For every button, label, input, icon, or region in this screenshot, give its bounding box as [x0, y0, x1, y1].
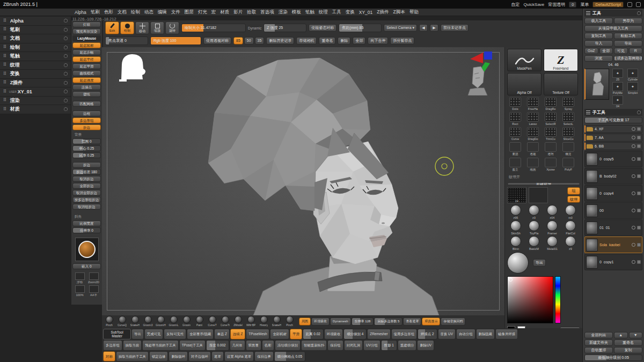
zoom-control[interactable]: 100%	[74, 285, 86, 297]
bottom-toolbar-button[interactable]: 删除UV	[417, 340, 434, 351]
bottom-toolbar-button[interactable]: 双面显	[246, 340, 261, 351]
tool-panel-button[interactable]: 从项目中载入工具	[584, 25, 642, 32]
mode-button[interactable]: 缩放	[150, 21, 164, 34]
zoom-control[interactable]: AA半	[87, 285, 100, 297]
material-thumbnail[interactable]: z95	[507, 205, 524, 219]
subtool-visible-count-slider[interactable]: 子工具可见数量 17	[584, 117, 642, 123]
quicksave-button[interactable]: QuickSave	[524, 2, 545, 7]
palette-settings-icon[interactable]	[64, 46, 68, 49]
current-brush-thumbnail[interactable]: MaskPen	[507, 49, 541, 71]
left-tray-button[interactable]: 斜角	[72, 213, 101, 219]
palette-row[interactable]: ⠿ 纹理	[0, 61, 71, 70]
left-tray-button[interactable]: 按多边形组折边	[72, 197, 101, 203]
bottom-toolbar-button[interactable]: TPose|子工具	[179, 340, 206, 351]
stroke-type-button[interactable]: SelectR	[543, 112, 559, 125]
new-texture-button[interactable]: 新建纹理	[507, 182, 580, 186]
left-tray-button[interactable]: 折边	[72, 162, 101, 168]
tool-panel-button[interactable]: 另存为	[614, 18, 642, 24]
bottom-toolbar-button[interactable]: 冻结细分级别	[275, 340, 301, 351]
visibility-eye-icon[interactable]	[632, 191, 635, 195]
delete-button[interactable]: 删除	[338, 37, 350, 45]
brush-preset[interactable]: CurveQ	[116, 316, 128, 327]
bottom-toolbar-button[interactable]: 查看遮罩	[403, 317, 421, 326]
tool-panel-button[interactable]: 粘贴工具	[614, 33, 642, 39]
bottom-toolbar-button[interactable]: 对称	[103, 351, 115, 362]
menu-item[interactable]: 编辑	[156, 9, 169, 16]
brush-preset[interactable]: SnakeH	[129, 316, 141, 327]
visibility-eye-icon[interactable]	[632, 260, 635, 264]
paint-icon[interactable]	[637, 260, 641, 264]
subtool-item[interactable]: 0_copy1	[584, 254, 642, 270]
left-tray-button[interactable]: LazyMouse	[72, 35, 101, 41]
material-export-button[interactable]: 导出	[533, 259, 546, 267]
stroke-type-button[interactable]: SelectL	[560, 112, 576, 125]
palette-row[interactable]: ⠿ 变换	[0, 70, 71, 79]
menu-item[interactable]: 笔刷	[89, 9, 102, 16]
bottom-toolbar-button[interactable]: 完成可见	[144, 329, 164, 339]
embed-slider[interactable]: 嵌入 0	[72, 263, 101, 269]
bottom-toolbar-button[interactable]: 环境吸收	[324, 329, 343, 339]
bottom-toolbar-button[interactable]: 设置 Alpha 遮罩	[224, 351, 254, 362]
bottom-toolbar-button[interactable]: 锁定边缘	[149, 351, 169, 362]
rgb-intensity-slider[interactable]: Rgb 强度 100	[150, 36, 201, 45]
visibility-eye-icon[interactable]	[632, 157, 635, 161]
quick-tool-thumbnail[interactable]: ✦ 04	[611, 95, 625, 108]
bottom-toolbar-button[interactable]: 双面显示	[422, 317, 440, 326]
visibility-eye-icon[interactable]	[632, 174, 635, 178]
stroke-type-button[interactable]: Rect	[507, 112, 523, 125]
focal-preset-chip[interactable]: 85	[233, 37, 243, 45]
bottom-toolbar-button[interactable]: 距离 0.02	[303, 329, 324, 339]
left-tray-button[interactable]: 范围 0	[72, 138, 101, 144]
bottom-toolbar-button[interactable]: 保持边界	[254, 351, 274, 362]
material-thumbnail[interactable]: Framer	[544, 220, 561, 235]
color-saturation-picker[interactable]	[507, 276, 553, 323]
bottom-toolbar-button[interactable]: Dynamesh	[330, 317, 351, 326]
bottom-toolbar-button[interactable]: 遮罩	[211, 351, 224, 362]
tool-panel-button[interactable]: 浏览	[584, 55, 613, 62]
bottom-toolbar-button[interactable]: 镜像并焊接	[495, 329, 518, 339]
palette-settings-icon[interactable]	[64, 19, 68, 23]
menu-item[interactable]: Alpha	[72, 10, 89, 15]
store-camera-button[interactable]: 存储相机	[296, 37, 317, 45]
left-tray-button[interactable]: 比例宽度	[72, 220, 101, 226]
left-tray-button[interactable]: 分辨率 0	[72, 227, 101, 233]
view-toggle-button[interactable]: 地面	[525, 158, 541, 172]
merge-down-button[interactable]: 向下合并	[368, 37, 388, 45]
material-thumbnail[interactable]: Blinn	[507, 236, 524, 250]
all-button[interactable]: 全部	[353, 37, 365, 45]
texture-thumbnail[interactable]: 04	[507, 187, 526, 203]
left-tray-button[interactable]: 中心 0.25	[72, 145, 101, 151]
menu-item[interactable]: Z脚本	[391, 9, 407, 16]
menu-item[interactable]: Z插件	[375, 9, 391, 16]
paint-icon[interactable]	[637, 209, 641, 212]
subtool-header[interactable]: 子工具	[584, 109, 642, 116]
left-tray-button[interactable]: 边框	[72, 110, 101, 116]
subtool-item[interactable]: 0_copy4	[584, 185, 642, 202]
quick-tool-thumbnail[interactable]: ✦ PolyMe	[611, 82, 625, 94]
focal-preset-chip[interactable]: 35	[255, 37, 265, 45]
subtool-item[interactable]: 0_copy5	[584, 151, 642, 167]
left-tray-button[interactable]: 曲线模式	[72, 70, 101, 76]
stroke-type-button[interactable]: DragRe	[543, 97, 559, 110]
left-tray-button[interactable]: 延迟平滑	[72, 63, 101, 69]
select-camera-dropdown[interactable]: Select Camera ▾	[384, 24, 417, 32]
bottom-toolbar-button[interactable]: 抽取当前的子工具	[116, 351, 149, 362]
menu-item[interactable]: 动态	[142, 9, 156, 16]
left-tray-button[interactable]: 灯箱	[72, 21, 101, 27]
bottom-toolbar-button[interactable]: 反转可见性	[164, 329, 186, 339]
brush-preset[interactable]: Groom	[180, 316, 193, 327]
subtool-item[interactable]: B_body02	[584, 168, 642, 184]
bottom-toolbar-button[interactable]: 预处理当前的子工具	[142, 340, 179, 351]
menu-item[interactable]: 纹理	[317, 9, 330, 16]
bottom-toolbar-button[interactable]: 自动分组	[456, 329, 475, 339]
left-tray-button[interactable]: 匹配网格	[72, 101, 101, 107]
subtool-item[interactable]: 01_01	[584, 219, 642, 236]
visibility-eye-icon[interactable]	[632, 243, 635, 247]
brush-preset[interactable]: CurveTr	[219, 316, 231, 327]
stroke-type-button[interactable]: Dots	[507, 97, 523, 110]
menu-item[interactable]: 宏	[209, 9, 218, 16]
bottom-toolbar-button[interactable]: 周图	[299, 317, 311, 326]
stroke-type-button[interactable]: Curve	[507, 127, 523, 141]
group-toggle-button[interactable]: 组	[567, 187, 580, 195]
bottom-toolbar-button[interactable]: 封闭孔洞	[344, 340, 363, 351]
